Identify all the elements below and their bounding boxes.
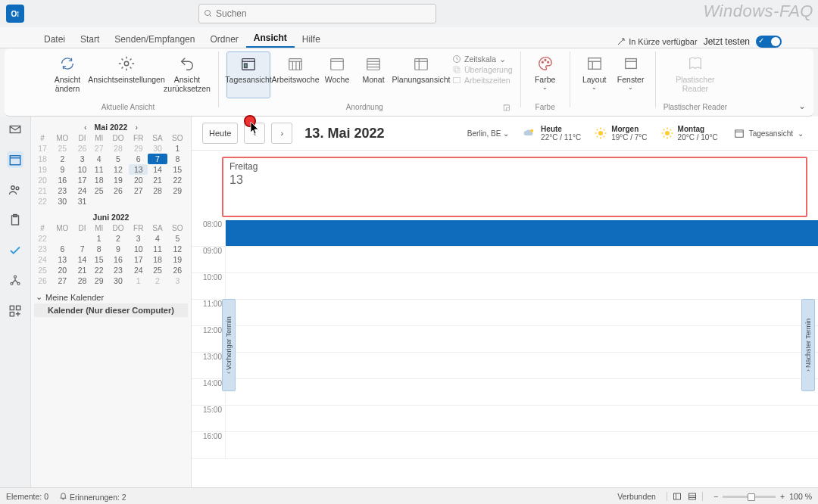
minical-day[interactable]: 29 bbox=[129, 143, 148, 154]
time-slot[interactable] bbox=[226, 220, 818, 246]
tab-hilfe[interactable]: Hilfe bbox=[295, 31, 328, 48]
minical-day[interactable]: 8 bbox=[167, 154, 188, 164]
minical-day[interactable]: 3 bbox=[129, 233, 148, 244]
minical-day[interactable]: 15 bbox=[91, 254, 108, 265]
minical-day[interactable]: 11 bbox=[91, 164, 108, 175]
minical-day[interactable]: 20 bbox=[129, 175, 148, 185]
minical-day[interactable]: 26 bbox=[74, 143, 91, 154]
today-button[interactable]: Heute bbox=[202, 123, 238, 144]
reset-view-button[interactable]: Ansicht zurücksetzen bbox=[164, 51, 211, 98]
time-row[interactable]: 10:00 bbox=[192, 273, 818, 300]
change-view-button[interactable]: Ansicht ändern bbox=[45, 51, 89, 98]
minical-day[interactable]: 23 bbox=[51, 185, 73, 196]
minical-day[interactable]: 27 bbox=[91, 143, 108, 154]
next-day-button[interactable]: › bbox=[271, 123, 292, 144]
minical-day[interactable]: 10 bbox=[129, 244, 148, 254]
minical-day[interactable] bbox=[167, 196, 188, 207]
day-view-button[interactable]: Tagesansicht bbox=[226, 51, 270, 98]
minical-day[interactable]: 16 bbox=[108, 254, 129, 265]
tab-datei[interactable]: Datei bbox=[36, 31, 73, 48]
minical-day[interactable]: 4 bbox=[148, 233, 167, 244]
minical-day[interactable]: 21 bbox=[148, 175, 167, 185]
minical-day[interactable]: 25 bbox=[34, 265, 51, 275]
tab-ordner[interactable]: Ordner bbox=[202, 31, 245, 48]
minical-day[interactable]: 1 bbox=[129, 275, 148, 286]
worktimes-button[interactable]: Arbeitszeiten bbox=[452, 76, 513, 85]
minical-day[interactable]: 26 bbox=[34, 275, 51, 286]
search-input[interactable]: Suchen bbox=[198, 4, 436, 23]
minical-day[interactable]: 18 bbox=[148, 254, 167, 265]
minical-day[interactable]: 9 bbox=[108, 244, 129, 254]
notes-nav-icon[interactable] bbox=[7, 212, 23, 229]
layout-button[interactable]: Layout⌄ bbox=[578, 51, 611, 98]
minical-day[interactable]: 27 bbox=[129, 185, 148, 196]
minical-day[interactable]: 3 bbox=[74, 154, 91, 164]
minical-day[interactable]: 21 bbox=[74, 265, 91, 275]
minical-day[interactable]: 1 bbox=[167, 143, 188, 154]
time-slot[interactable] bbox=[226, 247, 818, 272]
time-slot[interactable] bbox=[226, 273, 818, 299]
view-selector[interactable]: Tagesansicht ⌄ bbox=[730, 126, 807, 141]
minical-day[interactable]: 30 bbox=[108, 275, 129, 286]
minical-day[interactable]: 19 bbox=[108, 175, 129, 185]
minical-day[interactable]: 19 bbox=[34, 164, 51, 175]
minical-day[interactable]: 24 bbox=[129, 265, 148, 275]
minical-day[interactable]: 14 bbox=[74, 254, 91, 265]
prev-month-button[interactable]: ‹ bbox=[81, 123, 90, 132]
time-row[interactable]: 14:00 bbox=[192, 379, 818, 406]
minical-day[interactable] bbox=[129, 196, 148, 207]
minical-day[interactable]: 18 bbox=[91, 175, 108, 185]
apps-nav-icon[interactable] bbox=[7, 303, 23, 319]
minical-day[interactable]: 18 bbox=[34, 154, 51, 164]
color-button[interactable]: Farbe⌄ bbox=[529, 51, 562, 98]
zoom-control[interactable]: − + 100 % bbox=[713, 492, 812, 501]
minical-day[interactable]: 27 bbox=[51, 275, 73, 286]
time-slot[interactable] bbox=[226, 379, 818, 405]
time-row[interactable]: 11:00 bbox=[192, 300, 818, 326]
time-row[interactable]: 08:00 bbox=[192, 220, 818, 247]
minical-day[interactable]: 9 bbox=[51, 164, 73, 175]
calendar-list-item[interactable]: Kalender (Nur dieser Computer) bbox=[34, 303, 188, 317]
minical-day[interactable]: 17 bbox=[129, 254, 148, 265]
minical-day[interactable]: 25 bbox=[91, 185, 108, 196]
prev-day-button[interactable]: ‹ bbox=[244, 123, 265, 144]
minical-day[interactable]: 7 bbox=[74, 244, 91, 254]
minical-day[interactable]: 10 bbox=[74, 164, 91, 175]
minical-day[interactable]: 2 bbox=[51, 154, 73, 164]
minical-day[interactable] bbox=[91, 196, 108, 207]
minical-day[interactable] bbox=[51, 233, 73, 244]
mail-nav-icon[interactable] bbox=[7, 121, 23, 138]
schedule-view-button[interactable]: Planungsansicht bbox=[393, 51, 449, 98]
status-reminders[interactable]: Erinnerungen: 2 bbox=[59, 492, 126, 502]
minical-day[interactable]: 5 bbox=[108, 154, 129, 164]
minical-day[interactable]: 16 bbox=[51, 175, 73, 185]
time-grid[interactable]: ‹ Vorheriger Termin › Nächster Termin 08… bbox=[192, 220, 818, 487]
minical-day[interactable]: 6 bbox=[129, 154, 148, 164]
minical-day[interactable] bbox=[74, 233, 91, 244]
time-row[interactable]: 09:00 bbox=[192, 247, 818, 273]
minical-day[interactable]: 22 bbox=[91, 265, 108, 275]
minical-day[interactable]: 26 bbox=[167, 265, 188, 275]
week-view-button[interactable]: Woche bbox=[320, 51, 354, 98]
minical-day[interactable]: 22 bbox=[34, 233, 51, 244]
tasks-nav-icon[interactable] bbox=[7, 242, 23, 259]
month-view-button[interactable]: Monat bbox=[357, 51, 390, 98]
location-selector[interactable]: Berlin, BE ⌄ bbox=[467, 129, 509, 138]
time-row[interactable]: 16:00 bbox=[192, 432, 818, 459]
minical-day[interactable]: 14 bbox=[148, 164, 167, 175]
minical-day[interactable]: 23 bbox=[34, 244, 51, 254]
minical-day[interactable] bbox=[108, 196, 129, 207]
arrangement-dialog-launcher[interactable]: ◲ bbox=[503, 103, 510, 111]
window-button[interactable]: Fenster⌄ bbox=[614, 51, 648, 98]
minical-day[interactable]: 12 bbox=[167, 244, 188, 254]
minical-day[interactable]: 23 bbox=[108, 265, 129, 275]
minical-day[interactable]: 17 bbox=[34, 143, 51, 154]
minical-day[interactable]: 15 bbox=[167, 164, 188, 175]
org-nav-icon[interactable] bbox=[7, 272, 23, 289]
minical-day[interactable]: 29 bbox=[91, 275, 108, 286]
time-row[interactable]: 15:00 bbox=[192, 406, 818, 432]
tab-start[interactable]: Start bbox=[73, 31, 107, 48]
timescale-button[interactable]: Zeitskala ⌄ bbox=[452, 54, 513, 64]
minical-day[interactable]: 30 bbox=[51, 196, 73, 207]
minical-day[interactable]: 21 bbox=[34, 185, 51, 196]
